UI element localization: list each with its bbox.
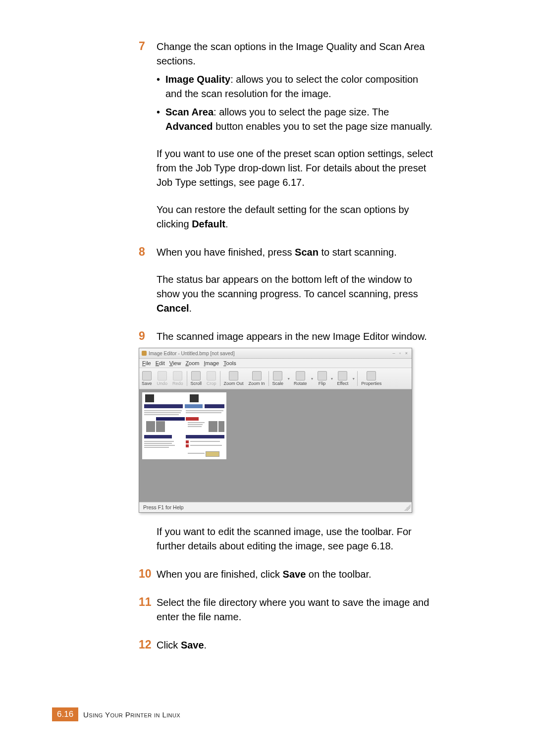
menu-tools[interactable]: Tools — [223, 360, 236, 366]
status-bar: Press F1 for Help — [139, 502, 412, 512]
window-controls[interactable]: – ▫ × — [393, 351, 409, 356]
menu-image[interactable]: Image — [204, 360, 219, 366]
page-number-badge: 6.16 — [52, 707, 78, 721]
zoom-in-button[interactable]: Zoom In — [246, 370, 268, 387]
flip-icon — [318, 371, 327, 380]
bullet-image-quality: • Image Quality: allows you to select th… — [157, 72, 436, 101]
step-number: 7 — [139, 40, 157, 231]
bullet-dot: • — [157, 105, 165, 134]
chevron-down-icon[interactable]: ▼ — [310, 377, 315, 380]
app-icon — [142, 351, 147, 356]
step8-p1: When you have finished, press Scan to st… — [157, 245, 436, 260]
page-footer: 6.16 Using Your Printer in Linux — [52, 707, 180, 721]
chevron-down-icon[interactable]: ▼ — [329, 377, 335, 380]
menu-bar: File Edit View Zoom Image Tools — [139, 359, 412, 368]
chevron-down-icon[interactable]: ▼ — [351, 377, 356, 380]
menu-zoom[interactable]: Zoom — [185, 360, 199, 366]
step-number: 10 — [139, 567, 157, 582]
bullet-rest-a: : allows you to select the page size. Th… — [214, 107, 389, 117]
window-title: Image Editor - Untitled.bmp [not saved] — [149, 351, 234, 356]
step-8: 8 When you have finished, press Scan to … — [139, 245, 436, 316]
bullet-scan-area: • Scan Area: allows you to select the pa… — [157, 105, 436, 134]
step-body: When you have finished, press Scan to st… — [157, 245, 436, 316]
step7-intro: Change the scan options in the Image Qua… — [157, 40, 436, 68]
bullet-bold-b: Advanced — [165, 121, 213, 132]
image-editor-window: Image Editor - Untitled.bmp [not saved] … — [139, 348, 412, 513]
step-12: 12 Click Save. — [139, 638, 436, 652]
step-7: 7 Change the scan options in the Image Q… — [139, 40, 436, 231]
scale-button[interactable]: Scale — [270, 370, 286, 387]
rotate-button[interactable]: Rotate — [291, 370, 310, 387]
save-icon — [142, 371, 152, 380]
properties-button[interactable]: Properties — [359, 370, 384, 387]
toolbar-separator — [268, 371, 269, 386]
scanned-image-preview — [142, 392, 226, 459]
step-number: 12 — [139, 638, 157, 652]
toolbar-separator — [220, 371, 220, 386]
image-editor-screenshot: Image Editor - Untitled.bmp [not saved] … — [139, 348, 436, 513]
bullet-rest-b: button enables you to set the page size … — [213, 121, 432, 132]
window-titlebar: Image Editor - Untitled.bmp [not saved] … — [139, 348, 412, 359]
step-body: The scanned image appears in the new Ima… — [157, 329, 436, 344]
step-number: 9 — [139, 329, 157, 344]
crop-icon — [207, 371, 216, 380]
crop-button[interactable]: Crop — [204, 370, 219, 387]
page-content: 7 Change the scan options in the Image Q… — [139, 40, 436, 666]
step-11: 11 Select the file directory where you w… — [139, 595, 436, 624]
scroll-button[interactable]: Scroll — [188, 370, 205, 387]
step-number: 11 — [139, 595, 157, 624]
step8-p2: The status bar appears on the bottom lef… — [157, 272, 436, 316]
step7-p3: You can restore the default setting for … — [157, 203, 436, 231]
redo-icon — [173, 371, 182, 380]
save-button[interactable]: Save — [139, 370, 155, 387]
step-10: 10 When you are finished, click Save on … — [139, 567, 436, 582]
bullet-bold: Image Quality — [165, 74, 230, 85]
chevron-down-icon[interactable]: ▼ — [286, 377, 291, 380]
bullet-dot: • — [157, 72, 165, 101]
status-text: Press F1 for Help — [143, 504, 184, 510]
step9-p1: The scanned image appears in the new Ima… — [157, 329, 436, 344]
properties-icon — [367, 371, 376, 380]
step11-p: Select the file directory where you want… — [157, 595, 436, 624]
step-body: Change the scan options in the Image Qua… — [157, 40, 436, 231]
undo-button[interactable]: Undo — [155, 370, 170, 387]
rotate-icon — [296, 371, 305, 380]
step7-p2: If you want to use one of the preset sca… — [157, 147, 436, 190]
undo-icon — [158, 371, 167, 380]
bullet-list: • Image Quality: allows you to select th… — [157, 72, 436, 134]
menu-file[interactable]: File — [142, 360, 151, 366]
zoom-in-icon — [252, 371, 262, 380]
flip-button[interactable]: Flip — [315, 370, 329, 387]
canvas-area[interactable] — [139, 389, 412, 502]
toolbar-separator — [357, 371, 358, 386]
zoom-out-icon — [229, 371, 238, 380]
resize-grip-icon[interactable] — [404, 504, 411, 511]
step-number: 8 — [139, 245, 157, 316]
step9-after: If you want to edit the scanned image, u… — [157, 525, 436, 553]
toolbar-separator — [187, 371, 187, 386]
footer-chapter-title: Using Your Printer in Linux — [83, 710, 180, 719]
scale-icon — [273, 371, 282, 380]
bullet-bold: Scan Area — [165, 107, 214, 117]
effect-button[interactable]: Effect — [334, 370, 351, 387]
redo-button[interactable]: Redo — [170, 370, 186, 387]
step-9: 9 The scanned image appears in the new I… — [139, 329, 436, 344]
menu-edit[interactable]: Edit — [156, 360, 165, 366]
zoom-out-button[interactable]: Zoom Out — [221, 370, 246, 387]
step10-p: When you are finished, click Save on the… — [157, 567, 436, 582]
toolbar: Save Undo Redo Scroll Crop Zoom Out Zoom… — [139, 368, 412, 389]
step12-p: Click Save. — [157, 638, 436, 652]
step-9-after: If you want to edit the scanned image, u… — [139, 525, 436, 553]
scroll-icon — [191, 371, 201, 380]
menu-view[interactable]: View — [169, 360, 181, 366]
effect-icon — [338, 371, 347, 380]
